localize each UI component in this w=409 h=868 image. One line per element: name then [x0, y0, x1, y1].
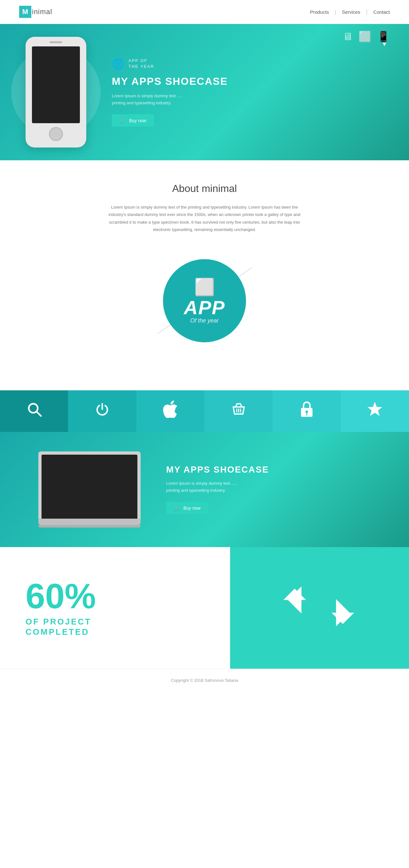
stats-section: 60% OF PROJECT COMPLETED [0, 547, 409, 669]
laptop-section-description: Lorem Ipsum is simply dummy text ..... p… [166, 480, 249, 494]
laptop-section: MY APPS SHOECASE Lorem Ipsum is simply d… [0, 432, 409, 547]
icons-bar [0, 390, 409, 432]
stats-label: OF PROJECT COMPLETED [26, 617, 91, 637]
hero-title: MY APPS SHOECASE [112, 75, 377, 87]
basket-icon [230, 401, 247, 422]
laptop-cart-icon: 🛒 [174, 505, 180, 511]
nav-services[interactable]: Services [342, 9, 361, 15]
power-icon-cell[interactable] [68, 390, 136, 432]
svg-line-1 [36, 411, 41, 416]
hero-buy-button[interactable]: 🛒 Buy now [112, 114, 154, 127]
svg-marker-11 [322, 599, 349, 626]
about-description: Lorem Ipsum is simply dummy text of the … [102, 204, 307, 234]
device-arrow-down: ▼ [381, 41, 387, 48]
cart-icon: 🛒 [120, 117, 126, 124]
device-icons-bar: 🖥 ⬜ 📱 ▼ [343, 30, 390, 42]
phone-screen [32, 46, 80, 123]
logo-text: inimal [32, 8, 52, 16]
about-section: About minimal Lorem Ipsum is simply dumm… [0, 160, 409, 390]
app-of-year-badge: 🌐 APP OFTHE YEAR [112, 58, 377, 70]
tablet-icon[interactable]: ⬜ [359, 30, 371, 42]
stats-left: 60% OF PROJECT COMPLETED [0, 547, 230, 669]
apple-icon [163, 401, 178, 422]
tablet-outline-icon: ⬜ [194, 277, 215, 297]
power-icon [94, 401, 110, 421]
stats-percent: 60% [26, 579, 96, 614]
search-icon [26, 401, 42, 421]
hero-section: 🖥 ⬜ 📱 ▼ 🌐 APP OFTHE YEAR MY APPS SHOECAS… [0, 24, 409, 160]
laptop-buy-button[interactable]: 🛒 Buy now [166, 502, 208, 514]
laptop-foot [38, 525, 141, 528]
lock-icon-cell[interactable] [273, 390, 341, 432]
app-sub-text: Of the year [190, 317, 218, 324]
lock-icon [299, 400, 314, 422]
desktop-icon[interactable]: 🖥 [343, 31, 353, 42]
laptop-device-wrap [38, 452, 141, 528]
laptop-device [38, 452, 141, 528]
svg-marker-10 [283, 588, 306, 611]
laptop-section-title: MY APPS SHOECASE [166, 465, 371, 475]
globe-icon: 🌐 [112, 58, 125, 70]
about-title: About minimal [58, 183, 351, 194]
laptop-base [38, 519, 141, 525]
search-icon-cell[interactable] [0, 390, 68, 432]
stats-right [230, 547, 409, 669]
nav-contact[interactable]: Contact [373, 9, 390, 15]
logo-icon: M [19, 6, 31, 18]
nav-products[interactable]: Products [310, 9, 329, 15]
svg-marker-8 [368, 402, 382, 416]
phone-speaker [49, 41, 62, 43]
app-year-circle: ⬜ APP Of the year [163, 259, 246, 342]
navbar: M inimal Products | Services | Contact [0, 0, 409, 24]
phone-device [26, 37, 86, 148]
nav-links: Products | Services | Contact [310, 9, 390, 16]
footer-copyright: Copyright © 2018 Safronova Tatiana [171, 678, 238, 683]
phone-home-button [49, 127, 63, 141]
laptop-content: MY APPS SHOECASE Lorem Ipsum is simply d… [141, 465, 371, 514]
arrows-graphic [287, 576, 351, 640]
app-big-text: APP [184, 298, 225, 317]
footer: Copyright © 2018 Safronova Tatiana [0, 669, 409, 692]
hero-phone [26, 37, 86, 148]
basket-icon-cell[interactable] [205, 390, 273, 432]
app-of-year-label: APP OFTHE YEAR [129, 58, 154, 69]
star-icon [366, 401, 383, 422]
hero-description: Lorem Ipsum is simply dummy text ..... p… [112, 92, 195, 106]
star-icon-cell[interactable] [341, 390, 409, 432]
app-year-graphic: ⬜ APP Of the year [58, 253, 351, 368]
laptop-screen [41, 455, 137, 519]
apple-icon-cell[interactable] [136, 390, 205, 432]
hero-content: 🌐 APP OFTHE YEAR MY APPS SHOECASE Lorem … [86, 58, 377, 127]
logo[interactable]: M inimal [19, 6, 52, 18]
